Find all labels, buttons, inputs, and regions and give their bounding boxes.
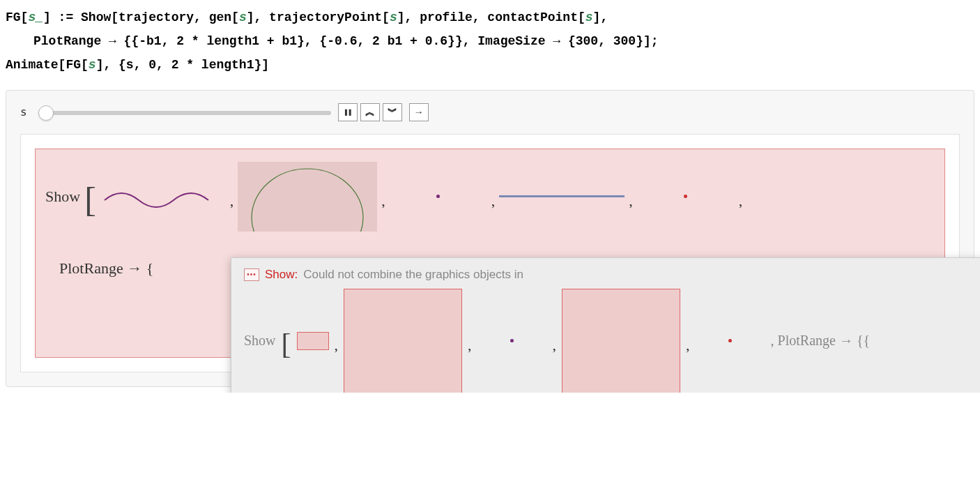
tt-comma-4: , bbox=[686, 336, 690, 354]
tt-box-big-1 bbox=[344, 289, 462, 393]
trajectory-point-graphic bbox=[390, 172, 487, 221]
slider-thumb[interactable] bbox=[38, 105, 54, 121]
blue-line-icon bbox=[499, 195, 625, 197]
slider[interactable] bbox=[38, 105, 331, 119]
red-dot-icon bbox=[684, 195, 687, 198]
comma-3: , bbox=[491, 192, 496, 210]
show-expression: Show [ , , , bbox=[45, 162, 935, 232]
show-head: Show bbox=[45, 188, 80, 206]
comma-5: , bbox=[739, 192, 743, 210]
slider-track bbox=[38, 111, 331, 115]
forward-button[interactable]: → bbox=[409, 103, 429, 121]
output-box: Show [ , , , bbox=[20, 134, 960, 372]
gen-graphic bbox=[238, 162, 377, 232]
comma-1: , bbox=[230, 192, 234, 210]
code-line-2: PlotRange → {{-b1, 2 * length1 + b1}, {-… bbox=[6, 29, 974, 53]
playback-buttons: ❚❚ ︽ ︾ bbox=[338, 103, 402, 121]
animate-controls: s ❚❚ ︽ ︾ → bbox=[20, 103, 960, 121]
tt-purple-dot-icon bbox=[510, 339, 514, 342]
message-options-button[interactable]: ••• bbox=[244, 268, 259, 281]
error-area: Show [ , , , bbox=[35, 149, 945, 358]
contact-point-graphic bbox=[637, 172, 735, 221]
code-line-3: Animate[FG[s], {s, 0, 2 * length1}] bbox=[6, 53, 974, 77]
animate-panel: s ❚❚ ︽ ︾ → Show [ , bbox=[6, 90, 974, 387]
error-message: Could not combine the graphics objects i… bbox=[303, 268, 523, 282]
tt-comma-1: , bbox=[335, 336, 339, 354]
input-code: FG[s_] := Show[trajectory, gen[s], traje… bbox=[6, 6, 974, 77]
slower-button[interactable]: ︾ bbox=[383, 103, 402, 121]
tt-red-dot-icon bbox=[728, 339, 732, 342]
direction-buttons: → bbox=[409, 103, 429, 121]
comma-2: , bbox=[381, 192, 385, 210]
variable-label: s bbox=[20, 105, 27, 119]
comma-4: , bbox=[629, 192, 633, 210]
faster-button[interactable]: ︽ bbox=[360, 103, 380, 121]
trajectory-graphic bbox=[100, 172, 226, 221]
tt-comma-2: , bbox=[468, 336, 472, 354]
svg-point-0 bbox=[252, 169, 363, 232]
tt-trail: , PlotRange → {{ bbox=[771, 333, 871, 349]
tt-box-big-2 bbox=[562, 289, 680, 393]
profile-graphic bbox=[499, 172, 625, 221]
tooltip-body: Show [ , , , , , PlotRange → {{ bbox=[244, 289, 980, 393]
pause-button[interactable]: ❚❚ bbox=[338, 103, 358, 121]
tt-show: Show bbox=[244, 333, 276, 349]
tt-box-small bbox=[297, 332, 329, 350]
tooltip-header: ••• Show: Could not combine the graphics… bbox=[244, 268, 980, 282]
error-tooltip: ••• Show: Could not combine the graphics… bbox=[231, 257, 980, 393]
pattern-s: s_ bbox=[28, 10, 43, 24]
code-line-1: FG[s_] := Show[trajectory, gen[s], traje… bbox=[6, 6, 974, 29]
purple-dot-icon bbox=[436, 195, 440, 198]
tt-comma-3: , bbox=[553, 336, 557, 354]
error-name: Show: bbox=[265, 268, 298, 282]
